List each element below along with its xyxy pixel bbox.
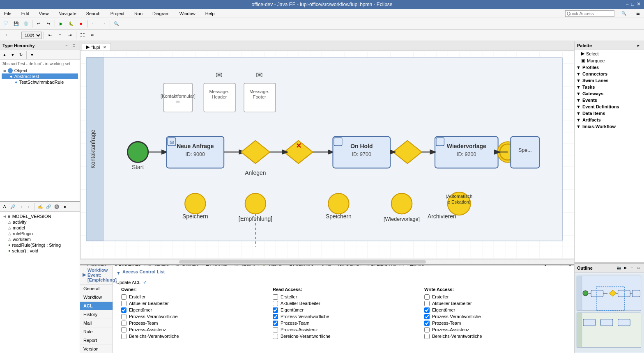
write-bereichs-cb[interactable] <box>424 334 430 339</box>
props-tab-history[interactable]: History <box>80 310 113 319</box>
read-eigentuemer-cb[interactable] <box>273 307 278 313</box>
model-item[interactable]: △ model <box>2 225 78 231</box>
align-left-btn[interactable]: ⇤ <box>46 31 55 40</box>
lupi-editor-tab[interactable]: ▶ *lupi ✕ <box>82 43 111 50</box>
owner-akt-bearb-cb[interactable] <box>121 301 126 306</box>
acl-collapse-icon[interactable]: ▼ <box>116 270 121 275</box>
maximize-button[interactable]: □ <box>631 1 634 7</box>
readrule-item[interactable]: ● readRule(String) : String <box>2 242 78 248</box>
lb-btn4[interactable]: ← <box>25 203 33 211</box>
perspective-btn[interactable]: ☰ <box>633 9 642 18</box>
workitem-item[interactable]: △ workitem <box>2 236 78 242</box>
owner-ersteller-cb[interactable] <box>121 294 126 300</box>
palette-tasks[interactable]: ▼ Tasks <box>575 84 644 90</box>
h-scroll-thumb[interactable] <box>179 260 426 264</box>
owner-prozess-verantw-cb[interactable] <box>121 314 126 319</box>
forward-btn[interactable]: → <box>99 19 108 28</box>
th-maximize-btn[interactable]: □ <box>71 42 77 49</box>
menu-window[interactable]: Window <box>177 10 198 17</box>
th-menu-btn[interactable]: ▼ <box>28 51 36 59</box>
th-hierarchy-btn[interactable]: ▲ <box>1 51 8 59</box>
redo-btn[interactable]: ↪ <box>44 19 53 28</box>
owner-prozess-assist-cb[interactable] <box>121 327 126 332</box>
palette-select[interactable]: ▶ Select <box>575 50 644 57</box>
palette-connectors[interactable]: ▼ Connectors <box>575 71 644 77</box>
lb-btn1[interactable]: A <box>1 203 8 211</box>
menu-edit[interactable]: Edit <box>19 10 32 17</box>
props-tab-rule[interactable]: Rule <box>80 328 113 336</box>
menu-run[interactable]: Run <box>132 10 145 17</box>
align-right-btn[interactable]: ⇥ <box>65 31 74 40</box>
read-prozess-team-cb[interactable] <box>273 321 278 326</box>
owner-eigentuemer-cb[interactable] <box>121 307 126 313</box>
zoom-in-btn[interactable]: + <box>2 31 11 40</box>
fit-page-btn[interactable]: ⛶ <box>78 31 87 40</box>
th-refresh-btn[interactable]: ↻ <box>17 51 25 59</box>
lb-btn5[interactable]: ✍ <box>37 203 44 211</box>
setup-item[interactable]: ● setup() : void <box>2 248 78 254</box>
grid-btn[interactable]: ✏ <box>88 31 97 40</box>
read-bereichs-cb[interactable] <box>273 334 278 339</box>
palette-collapse-btn[interactable]: ▸ <box>635 42 642 49</box>
props-tab-version[interactable]: Version <box>80 345 113 353</box>
write-prozess-verantw-cb[interactable] <box>424 314 430 319</box>
owner-prozess-team-cb[interactable] <box>121 321 126 326</box>
outline-btn2[interactable]: ▶ <box>623 265 628 271</box>
menu-view[interactable]: View <box>37 10 51 17</box>
palette-data-items[interactable]: ▼ Data Items <box>575 110 644 117</box>
props-tab-report[interactable]: Report <box>80 336 113 345</box>
tree-item-schwimmbad[interactable]: ● TestSchwimmbadRule <box>2 79 78 85</box>
close-button[interactable]: ✕ <box>637 1 641 7</box>
h-scrollbar[interactable] <box>80 259 574 264</box>
undo-btn[interactable]: ↩ <box>34 19 43 28</box>
editor-tab-close[interactable]: ✕ <box>103 45 106 49</box>
props-tab-general[interactable]: General <box>80 284 113 293</box>
write-akt-bearb-cb[interactable] <box>424 301 430 306</box>
palette-swimlanes[interactable]: ▼ Swim Lanes <box>575 77 644 84</box>
lb-btn6[interactable]: 🔗 <box>45 203 52 211</box>
palette-gateways[interactable]: ▼ Gateways <box>575 90 644 97</box>
quick-access-input[interactable] <box>565 10 614 17</box>
zoom-select[interactable]: 50% 75% 100% 125% 150% 200% <box>21 32 42 39</box>
read-prozess-verantw-cb[interactable] <box>273 314 278 319</box>
activity-item[interactable]: △ activity <box>2 219 78 225</box>
tree-item-object[interactable]: ■ Object <box>2 68 78 73</box>
palette-imixs[interactable]: ▼ Imixs-Workflow <box>575 123 644 130</box>
lb-btn2[interactable]: 🔎 <box>9 203 16 211</box>
write-ersteller-cb[interactable] <box>424 294 430 300</box>
palette-marquee[interactable]: ▣ Marquee <box>575 57 644 64</box>
outline-maximize[interactable]: □ <box>636 265 642 271</box>
lb-btn7[interactable]: 🔘 <box>53 203 60 211</box>
new-btn[interactable]: 📄 <box>2 19 11 28</box>
read-akt-bearb-cb[interactable] <box>273 301 278 306</box>
align-center-btn[interactable]: ≡ <box>55 31 64 40</box>
minimize-button[interactable]: − <box>626 1 629 7</box>
menu-file[interactable]: File <box>2 10 14 17</box>
menu-diagram[interactable]: Diagram <box>150 10 172 17</box>
palette-artifacts[interactable]: ▼ Artifacts <box>575 117 644 123</box>
th-subtype-btn[interactable]: ▼ <box>9 51 16 59</box>
debug-btn[interactable]: 🐛 <box>67 19 76 28</box>
th-minimize-btn[interactable]: − <box>63 42 70 49</box>
menu-help[interactable]: Help <box>203 10 217 17</box>
diagram-canvas[interactable]: Kontaktanfrage Start Neue Anfrage ID: 90… <box>80 51 574 259</box>
owner-bereichs-cb[interactable] <box>121 334 126 339</box>
run-btn[interactable]: ▶ <box>57 19 66 28</box>
menu-project[interactable]: Project <box>108 10 127 17</box>
palette-event-defs[interactable]: ▼ Event Definitions <box>575 103 644 110</box>
palette-events[interactable]: ▼ Events <box>575 97 644 103</box>
menu-navigate[interactable]: Navigate <box>56 10 78 17</box>
search-btn[interactable]: 🔍 <box>112 19 121 28</box>
save-btn[interactable]: 💾 <box>12 19 21 28</box>
outline-btn1[interactable]: 📷 <box>616 265 622 271</box>
lb-btn8[interactable]: ● <box>61 203 69 211</box>
props-tab-acl[interactable]: ACL <box>80 302 113 310</box>
save-all-btn[interactable]: 💿 <box>21 19 30 28</box>
props-tab-mail[interactable]: Mail <box>80 319 113 328</box>
ruleplugin-item[interactable]: △ rulePlugin <box>2 231 78 236</box>
outline-minimize[interactable]: − <box>629 265 635 271</box>
read-ersteller-cb[interactable] <box>273 294 278 300</box>
read-prozess-assist-cb[interactable] <box>273 327 278 332</box>
tree-item-abstracttest[interactable]: ● AbstractTest <box>2 73 78 79</box>
menu-search[interactable]: Search <box>84 10 103 17</box>
